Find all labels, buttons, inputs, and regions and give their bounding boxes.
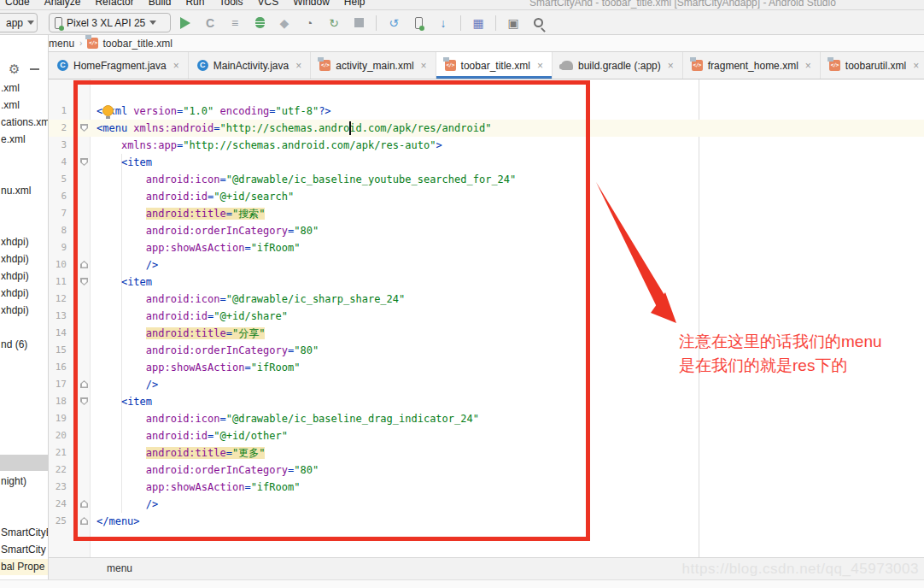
profiler-icon[interactable]: ◔ <box>301 15 317 31</box>
close-icon[interactable]: × <box>668 60 674 72</box>
code-text: android:id="@+id/search" <box>96 188 294 205</box>
fold-marker-icon[interactable] <box>80 124 88 132</box>
rerun-debug-icon[interactable]: ↻ <box>326 15 342 31</box>
tree-item[interactable]: nd (6) <box>0 337 48 353</box>
code-line: 24 /> <box>49 496 924 513</box>
close-icon[interactable]: × <box>421 60 427 72</box>
run-configuration-select[interactable]: app <box>0 13 38 32</box>
tab-fragment-home-xml[interactable]: fragment_home.xml× <box>683 52 821 79</box>
divider <box>460 15 461 31</box>
debug-icon[interactable] <box>252 15 267 31</box>
menu-item[interactable]: Run <box>185 0 204 8</box>
editor-column: CHomeFragment.java×CMainActivity.java×ac… <box>49 52 924 588</box>
device-manager-icon[interactable] <box>411 15 426 31</box>
fold-marker-icon[interactable] <box>80 397 88 405</box>
tree-item[interactable]: xhdpi) <box>0 303 48 319</box>
menu-item[interactable]: Window <box>293 0 330 8</box>
tree-item[interactable]: night) <box>0 473 48 490</box>
tree-item[interactable]: bal Prope <box>0 559 48 575</box>
line-number: 25 <box>49 513 67 530</box>
main-toolbar: app Pixel 3 XL API 25 C≡◆◔↻↺↓▦▣ <box>0 10 924 35</box>
fold-marker-icon[interactable] <box>80 380 88 388</box>
line-number: 18 <box>49 393 67 410</box>
attach-debugger-icon[interactable]: C <box>202 15 218 31</box>
tab-toobarutil-xml[interactable]: toobarutil.xml× <box>821 52 924 79</box>
menu-item[interactable]: Analyze <box>44 0 81 8</box>
line-number: 6 <box>49 188 67 205</box>
code-editor[interactable]: 1<?xml version="1.0" encoding="utf-8"?>2… <box>49 79 924 557</box>
close-icon[interactable]: × <box>537 60 543 72</box>
menu-item[interactable]: Tools <box>219 0 243 8</box>
fold-marker-icon[interactable] <box>80 261 88 268</box>
menu-item[interactable]: Refactor <box>95 0 133 8</box>
tree-item[interactable] <box>0 455 48 471</box>
fold-marker-icon[interactable] <box>80 158 88 166</box>
tab-activity-main-xml[interactable]: activity_main.xml× <box>311 52 436 79</box>
menu-item[interactable]: Help <box>344 0 366 8</box>
sync-gradle-icon[interactable]: ↺ <box>386 15 401 31</box>
run-tasks-icon[interactable]: ≡ <box>227 15 243 31</box>
breadcrumb-segment[interactable]: menu <box>49 38 74 50</box>
code-text: android:title="更多" <box>96 444 265 462</box>
fold-marker-icon[interactable] <box>80 517 88 525</box>
bottom-breadcrumb-segment[interactable]: menu <box>107 562 132 574</box>
tree-item[interactable]: xhdpi) <box>0 268 48 285</box>
project-structure-icon[interactable]: ▦ <box>471 15 486 31</box>
menu-item[interactable]: Build <box>149 0 172 8</box>
code-text: app:showAsAction="ifRoom" <box>96 479 300 496</box>
menu-item[interactable]: VCS <box>257 0 278 8</box>
fold-marker-icon[interactable] <box>80 500 88 508</box>
intention-bulb-icon[interactable] <box>102 105 114 116</box>
tab-label: toobarutil.xml <box>845 60 906 72</box>
code-text: android:icon="@drawable/ic_baseline_drag… <box>96 410 479 427</box>
title-bar: CodeAnalyzeRefactorBuildRunToolsVCSWindo… <box>0 0 924 10</box>
tree-item[interactable]: xhdpi) <box>0 285 48 302</box>
code-text: app:showAsAction="ifRoom" <box>96 359 300 376</box>
project-panel-toolbar: ⚙ <box>0 57 49 81</box>
line-number: 15 <box>49 342 67 359</box>
stop-icon[interactable] <box>351 15 366 31</box>
code-text: app:showAsAction="ifRoom" <box>96 239 300 256</box>
tab-homefragment-java[interactable]: CHomeFragment.java× <box>49 52 189 79</box>
sdk-manager-icon[interactable]: ↓ <box>436 15 451 31</box>
code-text: android:id="@+id/share" <box>96 308 288 325</box>
line-number: 9 <box>49 239 67 256</box>
line-number: 1 <box>49 103 67 120</box>
close-icon[interactable]: × <box>173 60 179 72</box>
tree-item[interactable]: .xml <box>0 80 48 97</box>
code-text: xmlns:app="http://schemas.android.com/ap… <box>96 137 442 154</box>
fold-marker-icon[interactable] <box>80 278 88 285</box>
tab-toobar-title-xml[interactable]: toobar_title.xml× <box>436 52 553 79</box>
line-number: 8 <box>49 222 67 239</box>
tree-item[interactable]: .xml <box>0 97 48 114</box>
tab-mainactivity-java[interactable]: CMainActivity.java× <box>189 52 312 79</box>
tree-item[interactable]: xhdpi) <box>0 251 48 268</box>
tree-item[interactable]: xhdpi) <box>0 234 48 250</box>
breadcrumb-file[interactable]: toobar_title.xml <box>102 38 172 50</box>
close-icon[interactable]: × <box>295 60 301 72</box>
code-text: android:icon="@drawable/ic_baseline_yout… <box>96 171 516 188</box>
tree-item[interactable]: SmartCityB <box>0 525 48 541</box>
code-text: android:orderInCategory="80" <box>96 222 319 239</box>
code-line: 23 app:showAsAction="ifRoom" <box>49 479 924 496</box>
device-select[interactable]: Pixel 3 XL API 25 <box>49 13 171 32</box>
run-icon[interactable] <box>178 15 193 31</box>
editor-tabs: CHomeFragment.java×CMainActivity.java×ac… <box>49 52 924 79</box>
code-line: 12 android:icon="@drawable/ic_sharp_shar… <box>49 291 924 308</box>
hide-panel-icon[interactable] <box>30 68 39 70</box>
search-icon[interactable] <box>530 15 546 31</box>
close-icon[interactable]: × <box>805 60 811 72</box>
tab-build-gradle-app-[interactable]: build.gradle (:app)× <box>553 52 683 79</box>
gear-icon[interactable]: ⚙ <box>9 62 20 77</box>
tree-item[interactable]: SmartCity <box>0 542 48 558</box>
tree-item[interactable]: nu.xml <box>0 183 48 199</box>
menu-item[interactable]: Code <box>5 0 30 8</box>
run-configuration-label: app <box>6 17 23 29</box>
window-title: SmartCityAnd - toobar_title.xml [SmartCi… <box>529 0 836 9</box>
tool-window-icon[interactable]: ▣ <box>506 15 521 31</box>
line-number: 23 <box>49 479 67 496</box>
close-icon[interactable]: × <box>913 60 919 72</box>
tree-item[interactable]: cations.xm <box>0 115 48 131</box>
coverage-icon[interactable]: ◆ <box>277 15 292 31</box>
tree-item[interactable]: e.xml <box>0 132 48 148</box>
